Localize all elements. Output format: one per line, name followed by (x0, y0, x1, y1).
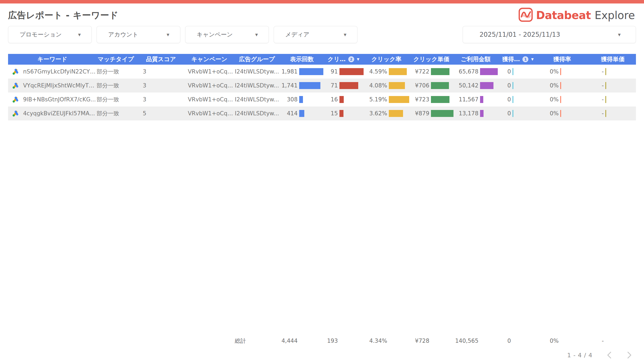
metric-bar (431, 68, 449, 75)
next-page-button[interactable] (625, 351, 633, 360)
bar-zone (560, 68, 586, 75)
metric-bar (480, 110, 484, 117)
google-ads-icon (8, 68, 23, 75)
cell-cpa: - (586, 93, 639, 106)
metric-bar (339, 110, 343, 117)
bar-zone (513, 68, 538, 75)
bar-zone (339, 110, 364, 117)
cell-cost: 65,678 (453, 65, 498, 79)
clicks-value: 91 (331, 68, 338, 75)
ctr-value: 4.59% (369, 68, 387, 75)
metric-bar (513, 68, 513, 75)
totals-label: 総計 (233, 337, 280, 345)
bar-zone (389, 82, 409, 89)
bar-zone (480, 110, 498, 117)
column-header-conversions[interactable]: 獲得…1▼ (498, 55, 538, 63)
filter-label: メディア (285, 31, 309, 39)
metric-bar (299, 96, 303, 103)
brand-suffix: Explore (595, 9, 635, 21)
metric-bar (480, 96, 483, 103)
filter-label: プロモーション (20, 31, 62, 39)
pagination: 1 - 4 / 4 (0, 346, 644, 360)
cell-conversions: 0 (498, 79, 538, 93)
filter-account[interactable]: アカウント ▼ (97, 26, 180, 43)
metric-bar (299, 82, 320, 89)
column-header-match_type: マッチタイプ (97, 55, 137, 63)
column-label: クリック率 (371, 55, 401, 63)
sort-caret-icon: ▼ (357, 57, 359, 61)
bar-zone (480, 96, 498, 103)
cost-value: 140,565 (455, 338, 478, 344)
filter-campaign[interactable]: キャンペーン ▼ (185, 26, 269, 43)
cost-value: 13,178 (459, 110, 478, 117)
bar-zone (513, 96, 538, 103)
date-range-picker[interactable]: 2025/11/01 - 2025/11/13 ▼ (463, 26, 636, 43)
metric-bar (560, 68, 561, 75)
bar-zone (605, 110, 639, 117)
cell-ad-group: I24tiWLSDtyw... (233, 68, 280, 75)
column-header-ctr: クリック率 (364, 55, 409, 63)
conversion_rate-value: 0% (550, 110, 559, 117)
filter-label: アカウント (108, 31, 138, 39)
filter-media[interactable]: メディア ▼ (274, 26, 357, 43)
table-row: VYqcREjMljxShtWcMlyTO...部分一致3VRvbW1+oCql… (8, 79, 636, 93)
prev-page-button[interactable] (605, 351, 613, 360)
sort-order-badge: 1 (522, 56, 528, 62)
cell-cost: 11,567 (453, 93, 498, 106)
column-header-impressions: 表示回数 (280, 55, 323, 63)
cell-cost: 13,178 (453, 106, 498, 120)
column-label: キャンペーン (191, 55, 228, 63)
metric-bar (431, 96, 449, 103)
metric-bar (299, 110, 304, 117)
table-row: 9lB+NBsGtnJOfRX7/cKG...部分一致3VRvbW1+oCql.… (8, 93, 636, 106)
bar-zone (480, 82, 498, 89)
metric-bar (513, 96, 513, 103)
metric-bar (605, 96, 606, 103)
column-label: 品質スコア (146, 55, 176, 63)
conversions-value: 0 (507, 68, 511, 75)
cell-clicks: 91 (323, 65, 364, 79)
column-header-clicks[interactable]: クリ…2▼ (323, 55, 364, 63)
sort-caret-icon: ▼ (531, 57, 533, 61)
cell-cpc: ¥722 (409, 65, 453, 79)
chevron-down-icon: ▼ (78, 33, 81, 37)
metric-bar (513, 82, 513, 89)
conversions-value: 0 (507, 82, 511, 89)
conversions-value: 0 (507, 96, 511, 103)
chevron-right-icon (625, 351, 633, 360)
chevron-down-icon: ▼ (167, 33, 169, 37)
metric-bar (560, 96, 561, 103)
page-title: 広告レポート - キーワード (8, 9, 118, 21)
clicks-value: 16 (331, 96, 338, 103)
cell-quality-score: 3 (137, 82, 185, 89)
filter-promotion[interactable]: プロモーション ▼ (8, 26, 92, 43)
clicks-value: 71 (331, 82, 338, 89)
totals-row: 総計4,4441934.34%¥728140,56500%- (8, 336, 636, 346)
page-header: 広告レポート - キーワード Databeat Explore (0, 3, 644, 25)
cell-campaign: VRvbW1+oCql... (185, 68, 233, 75)
conversions-value: 0 (507, 338, 511, 344)
cell-conversion_rate: 0% (538, 106, 586, 120)
cell-clicks: 15 (323, 106, 364, 120)
column-label: ご利用金額 (461, 55, 491, 63)
impressions-value: 308 (287, 96, 298, 103)
column-header-campaign: キャンペーン (185, 55, 233, 63)
keywords-table: キーワードマッチタイプ品質スコアキャンペーン広告グループ表示回数クリ…2▼クリッ… (8, 54, 636, 346)
cell-keyword: 4cyqgkBviZEUJFkl57MAe... (23, 110, 97, 117)
cell-campaign: VRvbW1+oCql... (185, 110, 233, 117)
column-label: 獲得単価 (601, 55, 625, 63)
bar-zone (560, 82, 586, 89)
column-label: マッチタイプ (98, 55, 134, 63)
column-header-keyword: キーワード (8, 55, 97, 63)
bar-zone (389, 96, 409, 103)
metric-bar (513, 110, 513, 117)
column-header-cost: ご利用金額 (453, 55, 498, 63)
cell-conversion_rate: 0% (538, 93, 586, 106)
metric-bar (389, 82, 405, 89)
cell-conversion_rate: 0% (538, 336, 586, 346)
cell-quality-score: 5 (137, 110, 185, 117)
cpc-value: ¥723 (415, 96, 429, 103)
bar-zone (513, 110, 538, 117)
bar-zone (513, 82, 538, 89)
table-header: キーワードマッチタイプ品質スコアキャンペーン広告グループ表示回数クリ…2▼クリッ… (8, 54, 636, 65)
